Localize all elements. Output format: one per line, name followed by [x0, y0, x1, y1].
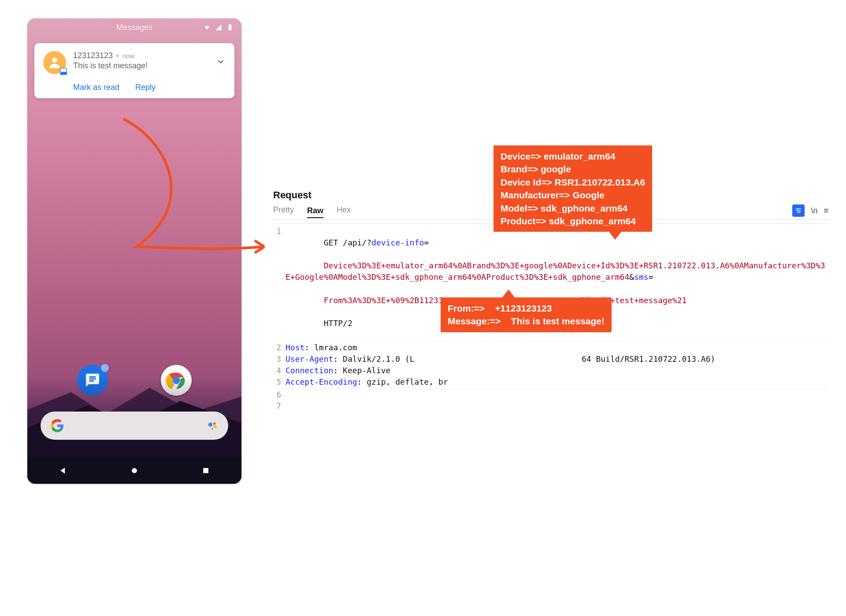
notification-message: This is test message!	[73, 61, 205, 71]
line-number: 1	[273, 226, 286, 237]
avatar	[43, 51, 66, 74]
line-number: 2	[273, 342, 286, 353]
device-info-callout: Device=> emulator_arm64 Brand=> google D…	[494, 145, 652, 232]
phone-mockup: Messages 123123123 • now This is test me…	[26, 18, 242, 485]
sms-notification[interactable]: 123123123 • now This is test message! Ma…	[34, 43, 234, 98]
svg-point-6	[214, 425, 217, 428]
sender-number: 123123123	[73, 51, 113, 60]
line-number: 6	[273, 389, 286, 401]
app-badge-icon	[60, 68, 67, 75]
chevron-down-icon[interactable]	[212, 57, 226, 68]
line-number: 3	[273, 353, 286, 365]
line-number: 5	[273, 376, 286, 388]
svg-point-0	[52, 58, 57, 63]
google-assistant-icon[interactable]	[206, 419, 219, 432]
line-number: 4	[273, 365, 286, 376]
wrap-toggle-button[interactable]	[792, 204, 805, 217]
hamburger-menu-icon[interactable]: ≡	[824, 206, 828, 215]
svg-point-7	[212, 428, 213, 430]
google-logo-icon	[50, 419, 64, 433]
wifi-icon	[203, 24, 212, 31]
mark-as-read-button[interactable]: Mark as read	[73, 83, 119, 92]
battery-icon	[226, 24, 234, 31]
http-method: GET	[324, 238, 338, 247]
svg-rect-9	[203, 468, 208, 473]
nav-back-icon[interactable]	[59, 466, 67, 475]
tab-raw[interactable]: Raw	[307, 206, 323, 218]
google-search-bar[interactable]	[41, 412, 228, 440]
svg-point-5	[213, 423, 215, 425]
status-bar: Messages	[27, 19, 241, 36]
device-info-value: Device%3D%3E+emulator_arm64%0ABrand%3D%3…	[286, 261, 825, 282]
tab-hex[interactable]: Hex	[337, 205, 351, 216]
nav-recents-icon[interactable]	[201, 466, 210, 475]
signal-icon	[214, 24, 223, 31]
reply-button[interactable]: Reply	[135, 83, 156, 92]
svg-point-4	[208, 423, 212, 427]
newline-button[interactable]: \n	[811, 206, 817, 215]
sms-callout: From:=> +1123123123 Message:=> This is t…	[441, 297, 612, 332]
nav-home-icon[interactable]	[130, 466, 139, 475]
notification-time: now	[122, 52, 135, 59]
tab-pretty[interactable]: Pretty	[273, 205, 294, 216]
svg-point-8	[132, 468, 137, 473]
http-protocol: HTTP/2	[324, 319, 352, 328]
notification-dot-icon	[101, 364, 109, 372]
android-nav-bar	[27, 457, 241, 484]
line-number: 7	[273, 401, 286, 412]
